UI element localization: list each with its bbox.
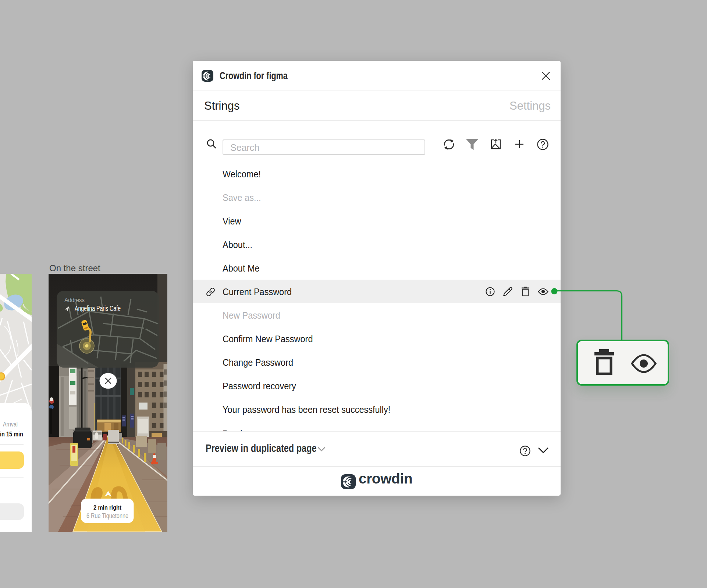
svg-text:Angelina Paris Cafe: Angelina Paris Cafe [75,304,121,312]
svg-text:in 15 min: in 15 min [0,430,23,438]
svg-text:6 Rue Tiquetonne: 6 Rue Tiquetonne [86,512,128,520]
svg-text:2 min right: 2 min right [93,504,122,511]
svg-text:Address: Address [64,297,85,303]
svg-text:Arrival: Arrival [3,421,18,428]
